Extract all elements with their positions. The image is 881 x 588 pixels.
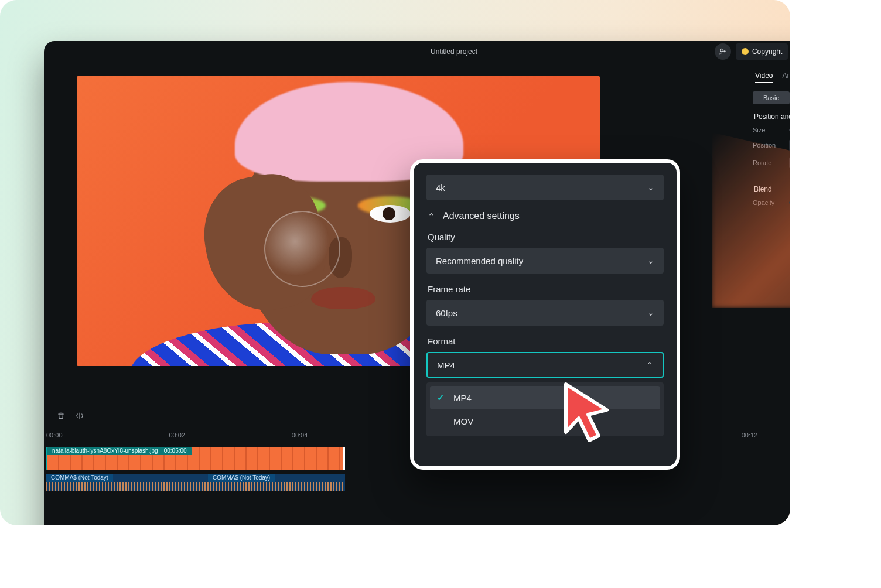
format-option-mov[interactable]: MOV (430, 409, 660, 433)
section-position-size: Position and size (754, 112, 790, 121)
warning-dot-icon (742, 48, 749, 55)
tab-animation[interactable]: Animation (782, 71, 790, 83)
subtab-basic[interactable]: Basic (753, 91, 790, 104)
export-settings-popup: 4k ⌄ ⌄ Advanced settings Quality Recomme… (410, 159, 680, 470)
position-row: Position X0 Y (753, 139, 790, 151)
promo-stage: Untitled project Copyright Export (0, 0, 790, 525)
chevron-up-icon: ⌄ (428, 211, 435, 221)
format-option-label: MP4 (453, 393, 472, 403)
quality-value: Recommended quality (436, 256, 523, 266)
video-clip-chip: natalia-blauth-lysnA8OxYI8-unsplash.jpg … (47, 447, 192, 455)
resolution-value: 4k (436, 183, 445, 193)
video-clip-duration: 00:05:00 (164, 447, 187, 454)
quality-select[interactable]: Recommended quality ⌄ (426, 248, 664, 274)
mirror-icon[interactable] (76, 412, 84, 422)
topbar: Untitled project Copyright Export (44, 41, 790, 62)
format-value: MP4 (437, 360, 455, 370)
format-label: Format (428, 336, 664, 346)
framerate-label: Frame rate (428, 284, 664, 294)
project-title: Untitled project (431, 47, 477, 56)
opacity-slider[interactable] (789, 201, 790, 204)
properties-subtabs: Basic Bac (753, 91, 790, 104)
copyright-label: Copyright (752, 47, 782, 56)
position-x-input[interactable]: X0 (789, 139, 790, 151)
size-row: Size (753, 127, 790, 134)
share-icon[interactable] (715, 43, 731, 60)
rotate-input[interactable]: X0° (789, 157, 790, 169)
framerate-select[interactable]: 60fps ⌄ (426, 300, 664, 326)
audio-clip-chip-b: COMMA$ (Not Today) (208, 474, 275, 482)
ruler-mark: 00:04 (292, 432, 414, 439)
audio-track-clip[interactable]: COMMA$ (Not Today) COMMA$ (Not Today) (46, 474, 345, 491)
audio-waveform (46, 482, 345, 491)
rotate-row: Rotate X0° (753, 157, 790, 169)
properties-tabs: Video Animation (753, 69, 790, 88)
section-blend: Blend (754, 185, 790, 193)
chevron-down-icon: ⌄ (647, 256, 654, 265)
rotate-label: Rotate (753, 159, 783, 166)
svg-point-0 (720, 49, 723, 52)
ruler-mark: 00:12 (742, 432, 790, 439)
ruler-mark: 00:02 (169, 432, 291, 439)
format-option-label: MOV (453, 416, 473, 426)
quality-label: Quality (428, 232, 664, 242)
audio-clip-chip-a: COMMA$ (Not Today) (46, 474, 113, 482)
opacity-label: Opacity (753, 199, 783, 206)
chevron-down-icon: ⌄ (647, 183, 654, 192)
format-options: ✓ MP4 MOV (426, 382, 664, 436)
advanced-settings-toggle[interactable]: ⌄ Advanced settings (428, 211, 664, 221)
properties-panel: Video Animation Basic Bac Position and s… (747, 62, 790, 405)
topbar-right: Copyright Export (715, 43, 790, 60)
position-label: Position (753, 142, 783, 149)
chevron-down-icon: ⌄ (647, 308, 654, 317)
ruler-mark: 00:00 (46, 432, 169, 439)
video-clip-name: natalia-blauth-lysnA8OxYI8-unsplash.jpg (52, 447, 158, 454)
resolution-select[interactable]: 4k ⌄ (426, 175, 664, 200)
trash-icon[interactable] (57, 412, 65, 422)
advanced-settings-label: Advanced settings (443, 211, 520, 221)
format-option-mp4[interactable]: ✓ MP4 (430, 386, 660, 409)
video-track-clip[interactable]: natalia-blauth-lysnA8OxYI8-unsplash.jpg … (46, 447, 345, 470)
framerate-value: 60fps (436, 308, 457, 318)
chevron-up-icon: ⌄ (646, 360, 653, 370)
tab-video[interactable]: Video (755, 71, 773, 83)
copyright-button[interactable]: Copyright (736, 43, 788, 60)
opacity-row: Opacity (753, 199, 790, 206)
size-label: Size (753, 127, 783, 134)
size-slider[interactable] (789, 129, 790, 131)
format-select[interactable]: MP4 ⌄ (426, 352, 664, 378)
check-icon: ✓ (437, 392, 446, 403)
